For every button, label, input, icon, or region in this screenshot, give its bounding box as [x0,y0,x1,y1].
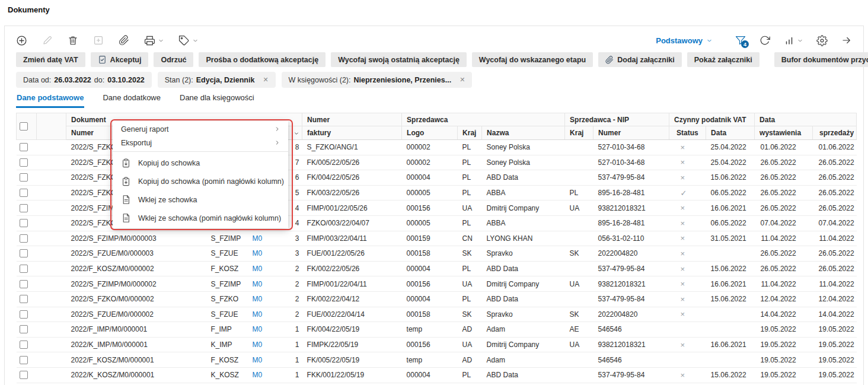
button-label: Zmień datę VAT [23,56,78,64]
refresh-tool[interactable] [760,35,770,46]
row-checkbox[interactable] [20,219,28,227]
column-header-kraj[interactable]: Kraj [458,126,482,140]
cell-kraj: SK [458,246,482,262]
row-checkbox[interactable] [20,356,28,364]
tab-dane-dodatkowe[interactable]: Dane dodatkowe [102,92,161,108]
row-checkbox[interactable] [20,371,28,379]
register-link[interactable]: M0 [253,234,263,243]
cell-nip_numer: 895-16-28-481 [593,215,669,231]
row-select-cell [17,276,37,292]
menu-item-kopiuj-do-schowka[interactable]: Kopiuj do schowka [113,154,288,172]
akceptuj-button[interactable]: Akceptuj [91,52,149,67]
chart-tool[interactable] [784,35,803,46]
row-checkbox[interactable] [20,143,28,151]
table-row[interactable]: 2022/S_FZIMP/M0/000002S_FZIMPM02FIMP/001… [17,276,857,292]
cell-vat_data: 06.05.2022 [706,185,755,201]
column-header-wystawienia[interactable]: wystawienia [755,126,813,140]
row-checkbox[interactable] [20,249,28,257]
cell-nazwa: ABBA [482,215,565,231]
column-header-kraj[interactable]: Kraj [565,126,593,140]
tags-tool[interactable] [178,35,198,46]
pro-ba-o-dodatkow-akceptacj-button[interactable]: Prośba o dodatkową akceptację [199,52,326,67]
row-checkbox[interactable] [20,325,28,333]
register-link[interactable]: M0 [253,310,263,319]
register-link[interactable]: M0 [253,341,263,349]
filter-tool[interactable]: 4 [735,35,746,46]
cell-vat_data: 25.04.2022 [706,155,755,170]
duplicate-tool[interactable] [93,35,104,46]
table-row[interactable]: 2022/F_IMP/M0/000001F_IMPM01FK/004/22/05… [17,322,857,338]
zmie-dat-vat-button[interactable]: Zmień datę VAT [16,52,85,67]
table-row[interactable]: 2022/S_FZUE/M0/000003S_FZUEM03FUE/001/22… [17,246,857,262]
add-tool[interactable] [16,35,27,46]
edit-tool[interactable] [42,35,53,46]
column-header-status[interactable]: Status [669,126,706,140]
menu-item-wklej-ze-schowka-pomi-nag-wki-kolumn[interactable]: Wklej ze schowka (pomiń nagłówki kolumn) [113,209,288,227]
column-header-nazwa[interactable]: Nazwa [482,126,565,140]
register-link[interactable]: M0 [253,371,263,379]
menu-item-wklej-ze-schowka[interactable]: Wklej ze schowka [113,190,288,209]
table-row[interactable]: 2022/K_KOSZ/M0/000001K_KOSZM01FKK/001/22… [17,367,857,383]
view-selector-dropdown[interactable]: Podstawowy [656,36,712,45]
poka-za-czniki-button[interactable]: Pokaż załączniki [687,52,760,67]
print-tool[interactable] [144,35,164,46]
odrzu-button[interactable]: Odrzuć [154,52,193,67]
table-row[interactable]: 2022/S_FZIMP/M0/000003S_FZIMPM03FIMP/003… [17,231,857,246]
wycofaj-swoj-ostatni-akceptacj-button[interactable]: Wycofaj swoją ostatnią akceptację [331,52,467,67]
menu-item-generuj-raport[interactable]: Generuj raport [113,122,288,136]
settings-tool[interactable] [816,35,828,46]
row-checkbox[interactable] [20,295,28,303]
bufor-dokument-w-przychodz-cych-button[interactable]: Bufor dokumentów przychodzących [774,52,868,67]
register-link[interactable]: M0 [253,325,263,333]
cell-vat_data: 16.06.2021 [706,337,755,352]
page-title: Dokumenty [0,0,868,17]
cell-kraj: AD [458,322,482,338]
register-link[interactable]: M0 [253,265,263,273]
row-checkbox[interactable] [20,173,28,182]
cell-data_sprzedazy: 26.05.2022 [813,170,857,186]
table-row[interactable]: 2022/F_KOSZ/M0/000002F_KOSZM02FK/002/22/… [17,261,857,276]
cell-data_wystawienia: 07.04.2022 [755,215,813,231]
register-link[interactable]: M0 [253,249,263,257]
row-checkbox[interactable] [20,234,28,243]
register-link[interactable]: M0 [253,295,263,303]
menu-item-eksportuj[interactable]: Eksportuj [113,136,288,149]
expand-right-tool[interactable] [841,35,852,46]
dodaj-za-czniki-button[interactable]: Dodaj załączniki [598,52,682,67]
cell-numer_faktury: FK/004/22/05/26 [302,170,402,186]
table-row[interactable]: 2022/S_FZUE/M0/000002S_FZUEM02FUE/002/22… [17,307,857,322]
menu-item-kopiuj-do-schowka-pomi-nag-wki-kolumn[interactable]: Kopiuj do schowka (pomiń nagłówki kolumn… [113,172,288,190]
attachment-tool[interactable] [119,35,129,46]
row-expander-cell [37,155,66,170]
register-link[interactable]: M0 [253,356,263,364]
table-row[interactable]: 2022/F_KOSZ/M0/000001F_KOSZM01FK/005/22/… [17,352,857,368]
cell-symbol: S_FZIMP [206,231,248,246]
column-header-faktury[interactable]: faktury [302,126,402,140]
row-checkbox[interactable] [20,189,28,197]
close-icon[interactable]: ✕ [459,76,465,84]
table-row[interactable]: 2022/S_FZKO/M0/000002S_FZKOM02FK/002/22/… [17,291,857,307]
row-checkbox[interactable] [20,265,28,273]
column-header-sprzeda-y[interactable]: sprzedaży [813,126,857,140]
row-checkbox[interactable] [20,310,28,319]
row-checkbox[interactable] [20,280,28,288]
tab-dane-dla-ksi-gowo-ci[interactable]: Dane dla księgowości [179,92,255,108]
row-checkbox[interactable] [20,204,28,212]
register-link[interactable]: M0 [253,280,263,288]
cell-data_sprzedazy: 26.05.2022 [813,261,857,276]
row-checkbox[interactable] [20,158,28,167]
wycofaj-do-wskazanego-etapu-button[interactable]: Wycofaj do wskazanego etapu [472,52,593,67]
delete-tool[interactable] [68,35,78,46]
column-header-data[interactable]: Data [706,126,755,140]
view-selector-label: Podstawowy [656,36,703,45]
column-header-numer[interactable]: Numer [593,126,669,140]
cell-nip_kraj: UA [565,276,593,292]
row-checkbox[interactable] [20,341,28,349]
cell-nip_numer: 895-16-28-481 [593,185,669,201]
refresh-icon [760,35,770,46]
tab-dane-podstawowe[interactable]: Dane podstawowe [16,92,84,108]
select-all-checkbox[interactable] [20,122,28,131]
table-row[interactable]: 2022/K_IMP/M0/000001K_IMPM01FIMPK/22/05/… [17,337,857,352]
close-icon[interactable]: ✕ [263,76,268,84]
column-header-logo[interactable]: Logo [402,126,458,140]
